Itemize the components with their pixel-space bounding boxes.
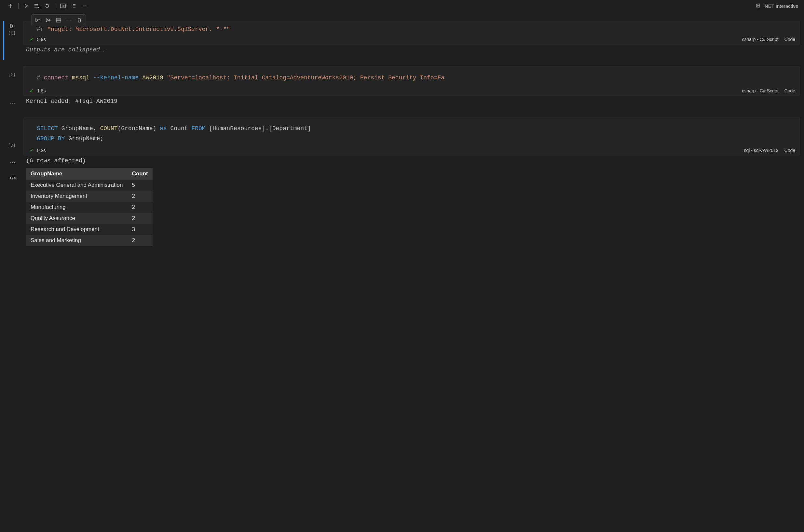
svg-point-10 — [757, 4, 758, 5]
output-actions-button[interactable]: ⋯ — [10, 159, 16, 166]
notebook-toolbar: (x) .NET Interactive — [0, 0, 804, 12]
variables-button[interactable]: (x) — [59, 1, 68, 11]
table-row: Sales and Marketing2 — [26, 235, 153, 246]
svg-rect-12 — [56, 18, 61, 20]
check-icon: ✓ — [30, 147, 34, 153]
cell-type-picker[interactable]: Code — [784, 37, 795, 42]
language-picker[interactable]: sql - sql-AW2019 — [744, 148, 778, 153]
cell-2: [2] #!connect mssql --kernel-name AW2019… — [3, 66, 804, 105]
svg-point-7 — [85, 5, 87, 6]
table-header: GroupName — [26, 168, 128, 179]
cell-toolbar — [31, 14, 86, 26]
cell-index: [1] — [8, 31, 15, 36]
kernel-label: .NET Interactive — [763, 3, 798, 9]
svg-point-5 — [82, 5, 83, 6]
svg-point-11 — [757, 6, 758, 7]
delete-cell-button[interactable] — [75, 15, 84, 25]
kernel-picker[interactable]: .NET Interactive — [755, 3, 798, 9]
cell-index: [3] — [8, 143, 15, 148]
code-editor[interactable]: #r "nuget: Microsoft.DotNet.Interactive.… — [23, 21, 800, 44]
cell-more-button[interactable] — [64, 15, 74, 25]
duration: 5.9s — [37, 37, 45, 42]
outline-button[interactable] — [69, 1, 78, 11]
svg-rect-8 — [757, 4, 760, 5]
more-actions-button[interactable] — [79, 1, 89, 11]
svg-point-4 — [72, 7, 72, 7]
table-row: Manufacturing2 — [26, 202, 153, 213]
clear-outputs-button[interactable] — [32, 1, 41, 11]
svg-point-14 — [67, 20, 68, 21]
run-all-button[interactable] — [22, 1, 31, 11]
output-actions-button[interactable]: ⋯ — [10, 100, 16, 107]
add-cell-button[interactable] — [6, 1, 15, 11]
cell-index: [2] — [8, 72, 15, 77]
code-editor[interactable]: SELECT GroupName, COUNT(GroupName) as Co… — [23, 117, 800, 155]
output-collapsed[interactable]: Outputs are collapsed… — [26, 46, 804, 53]
table-row: Inventory Management2 — [26, 191, 153, 202]
code-editor[interactable]: #!connect mssql --kernel-name AW2019 "Se… — [23, 66, 800, 96]
run-above-button[interactable] — [33, 15, 43, 25]
cell-1: [1] #r "nuget: Microsoft.DotNet.Interact… — [3, 21, 804, 53]
duration: 0.2s — [37, 148, 45, 153]
check-icon: ✓ — [30, 36, 34, 42]
split-cell-button[interactable] — [54, 15, 63, 25]
svg-rect-13 — [56, 20, 61, 22]
run-below-button[interactable] — [43, 15, 53, 25]
duration: 1.8s — [37, 88, 45, 93]
code-icon[interactable]: </> — [9, 175, 16, 180]
server-icon — [755, 3, 761, 8]
svg-point-16 — [71, 20, 72, 21]
table-header-row: GroupName Count — [26, 168, 153, 179]
svg-text:(x): (x) — [61, 4, 66, 7]
language-picker[interactable]: csharp - C# Script — [742, 88, 778, 93]
svg-point-2 — [72, 4, 72, 5]
svg-point-3 — [72, 5, 72, 6]
check-icon: ✓ — [30, 88, 34, 94]
table-row: Executive General and Administration5 — [26, 179, 153, 191]
cell-3: [3] SELECT GroupName, COUNT(GroupName) a… — [3, 117, 804, 246]
cell-type-picker[interactable]: Code — [784, 148, 795, 153]
cell-output: (6 rows affected) — [26, 157, 804, 164]
svg-point-15 — [69, 20, 70, 21]
table-header: Count — [128, 168, 153, 179]
result-table: GroupName Count Executive General and Ad… — [26, 168, 153, 246]
table-row: Quality Assurance2 — [26, 213, 153, 224]
svg-rect-9 — [757, 6, 760, 7]
run-cell-button[interactable] — [9, 21, 14, 28]
language-picker[interactable]: csharp - C# Script — [742, 37, 778, 42]
cell-output: Kernel added: #!sql-AW2019 — [26, 98, 804, 104]
restart-button[interactable] — [43, 1, 52, 11]
svg-point-6 — [83, 5, 84, 6]
cell-type-picker[interactable]: Code — [784, 88, 795, 93]
table-row: Research and Development3 — [26, 224, 153, 235]
